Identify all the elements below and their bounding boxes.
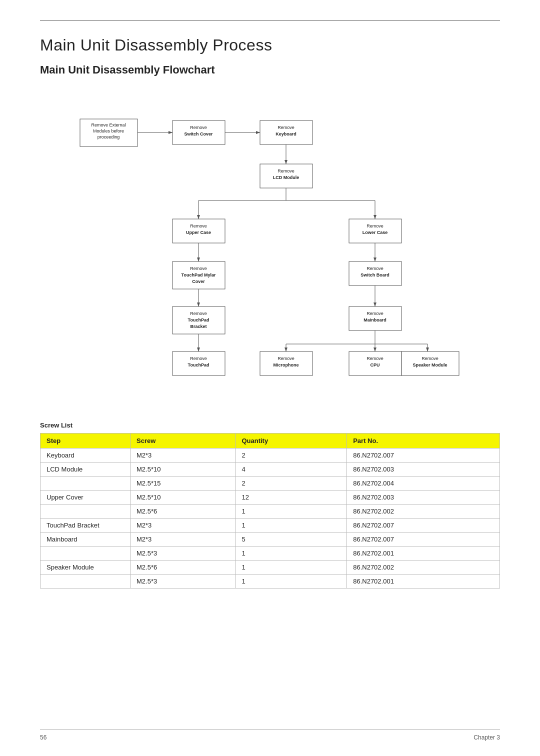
col-header-part-no: Part No.: [347, 434, 500, 448]
cell-screw-5: M2*3: [130, 518, 236, 532]
table-row: TouchPad BracketM2*3186.N2702.007: [40, 518, 500, 532]
cell-screw-2: M2.5*15: [130, 476, 236, 490]
node-touchpad-label: TouchPad: [188, 362, 210, 368]
cell-part_no-7: 86.N2702.001: [347, 546, 500, 560]
col-header-screw: Screw: [130, 434, 236, 448]
cell-screw-4: M2.5*6: [130, 504, 236, 518]
col-header-step: Step: [40, 434, 130, 448]
cell-quantity-2: 2: [236, 476, 347, 490]
table-row: M2.5*3186.N2702.001: [40, 574, 500, 588]
node-mainboard-line1: Remove: [366, 311, 384, 316]
node-keyboard-line1: Remove: [278, 125, 294, 130]
cell-step-4: [40, 504, 130, 518]
cell-step-3: Upper Cover: [40, 490, 130, 504]
cell-part_no-5: 86.N2702.007: [347, 518, 500, 532]
cell-quantity-6: 5: [236, 532, 347, 546]
node-speaker-label: Speaker Module: [412, 362, 447, 368]
node-start-line1: Remove External: [91, 122, 126, 128]
node-upper-case-label: Upper Case: [186, 230, 211, 235]
cell-part_no-6: 86.N2702.007: [347, 532, 500, 546]
footer: 56 Chapter 3: [40, 730, 500, 741]
section-title: Main Unit Disassembly Flowchart: [40, 64, 500, 76]
page: Main Unit Disassembly Process Main Unit …: [0, 0, 540, 756]
node-switch-board-line1: Remove: [366, 266, 384, 271]
cell-step-7: [40, 546, 130, 560]
cell-quantity-1: 4: [236, 462, 347, 476]
cell-part_no-0: 86.N2702.007: [347, 448, 500, 462]
cell-step-9: [40, 574, 130, 588]
cell-screw-6: M2*3: [130, 532, 236, 546]
node-mainboard-label: Mainboard: [364, 318, 386, 322]
cell-part_no-8: 86.N2702.002: [347, 560, 500, 574]
cell-screw-1: M2.5*10: [130, 462, 236, 476]
table-row: Upper CoverM2.5*101286.N2702.003: [40, 490, 500, 504]
table-row: KeyboardM2*3286.N2702.007: [40, 448, 500, 462]
node-upper-case-line1: Remove: [190, 224, 207, 228]
page-title: Main Unit Disassembly Process: [40, 36, 500, 54]
node-lower-case-label: Lower Case: [362, 230, 388, 235]
node-switch-cover-label: Switch Cover: [184, 132, 213, 136]
node-speaker-line1: Remove: [422, 356, 438, 361]
cell-screw-3: M2.5*10: [130, 490, 236, 504]
chapter-label: Chapter 3: [474, 734, 500, 741]
table-row: MainboardM2*3586.N2702.007: [40, 532, 500, 546]
screw-list-title: Screw List: [40, 422, 500, 429]
cell-screw-7: M2.5*3: [130, 546, 236, 560]
node-keyboard-label: Keyboard: [276, 132, 296, 136]
top-rule: [40, 20, 500, 21]
flowchart-svg: Remove External Modules before proceedin…: [65, 92, 475, 386]
table-row: LCD ModuleM2.5*10486.N2702.003: [40, 462, 500, 476]
node-lower-case-line1: Remove: [366, 224, 384, 228]
screw-table: Step Screw Quantity Part No. KeyboardM2*…: [40, 433, 500, 588]
node-start-line2: Modules before: [93, 128, 124, 134]
node-microphone-label: Microphone: [274, 362, 299, 368]
cell-screw-8: M2.5*6: [130, 560, 236, 574]
node-touchpad-mylar-label2: Cover: [192, 279, 205, 284]
cell-quantity-7: 1: [236, 546, 347, 560]
cell-part_no-4: 86.N2702.002: [347, 504, 500, 518]
cell-screw-9: M2.5*3: [130, 574, 236, 588]
node-cpu-line1: Remove: [366, 356, 384, 361]
cell-quantity-5: 1: [236, 518, 347, 532]
cell-step-8: Speaker Module: [40, 560, 130, 574]
cell-part_no-2: 86.N2702.004: [347, 476, 500, 490]
node-switch-board-label: Switch Board: [360, 272, 390, 278]
cell-quantity-3: 12: [236, 490, 347, 504]
node-touchpad-line1: Remove: [190, 356, 207, 361]
cell-part_no-1: 86.N2702.003: [347, 462, 500, 476]
node-touchpad-mylar-label1: TouchPad Mylar: [182, 272, 216, 278]
node-touchpad-bracket-label1: TouchPad: [188, 318, 210, 322]
cell-screw-0: M2*3: [130, 448, 236, 462]
cell-step-2: [40, 476, 130, 490]
cell-step-6: Mainboard: [40, 532, 130, 546]
cell-quantity-9: 1: [236, 574, 347, 588]
cell-step-5: TouchPad Bracket: [40, 518, 130, 532]
table-row: Speaker ModuleM2.5*6186.N2702.002: [40, 560, 500, 574]
node-touchpad-mylar-line1: Remove: [190, 266, 207, 271]
node-cpu-label: CPU: [370, 362, 380, 368]
cell-quantity-8: 1: [236, 560, 347, 574]
cell-step-0: Keyboard: [40, 448, 130, 462]
node-touchpad-bracket-line1: Remove: [190, 311, 207, 316]
node-lcd-line1: Remove: [278, 168, 294, 174]
node-start-line3: proceeding: [98, 134, 120, 140]
table-row: M2.5*6186.N2702.002: [40, 504, 500, 518]
table-row: M2.5*3186.N2702.001: [40, 546, 500, 560]
cell-quantity-0: 2: [236, 448, 347, 462]
page-number: 56: [40, 734, 46, 741]
cell-part_no-9: 86.N2702.001: [347, 574, 500, 588]
screw-list-section: Screw List Step Screw Quantity Part No. …: [40, 422, 500, 588]
node-microphone-line1: Remove: [278, 356, 294, 361]
col-header-quantity: Quantity: [236, 434, 347, 448]
cell-step-1: LCD Module: [40, 462, 130, 476]
node-lcd-label: LCD Module: [273, 175, 300, 180]
cell-quantity-4: 1: [236, 504, 347, 518]
flowchart-container: Remove External Modules before proceedin…: [40, 92, 500, 402]
node-switch-cover-line1: Remove: [190, 125, 207, 130]
table-row: M2.5*15286.N2702.004: [40, 476, 500, 490]
cell-part_no-3: 86.N2702.003: [347, 490, 500, 504]
node-touchpad-bracket-label2: Bracket: [190, 324, 206, 329]
